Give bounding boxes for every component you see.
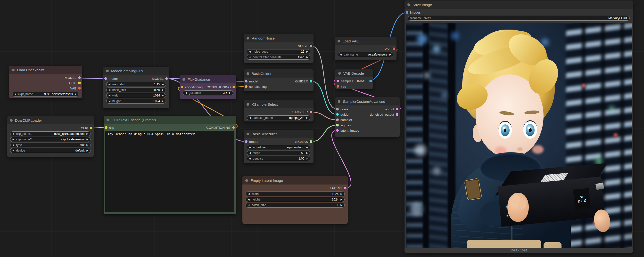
increment-arrow-icon[interactable]: ▶: [75, 93, 77, 95]
node-dual-clip-loader[interactable]: DualCLIPLoader CLIP ◀clip_name1t5xxl_fp1…: [7, 116, 94, 157]
output-port-vae[interactable]: [78, 87, 81, 90]
decrement-arrow-icon[interactable]: ◀: [249, 152, 251, 154]
input-port-clip[interactable]: [105, 126, 108, 129]
node-sampler-custom-advanced[interactable]: SamplerCustomAdvanced noiseoutput guider…: [335, 97, 400, 137]
node-titlebar[interactable]: SamplerCustomAdvanced: [335, 97, 400, 105]
widget-clip-name1[interactable]: ◀clip_name1t5xxl_fp16.safetensors▶: [10, 131, 90, 136]
increment-arrow-icon[interactable]: ▶: [162, 94, 164, 97]
collapse-dot[interactable]: [246, 37, 249, 39]
decrement-arrow-icon[interactable]: ◀: [249, 56, 251, 58]
input-port-model[interactable]: [104, 77, 107, 80]
output-port-model[interactable]: [78, 76, 81, 79]
increment-arrow-icon[interactable]: ▶: [162, 89, 164, 91]
widget-width[interactable]: ◀width1024▶: [246, 192, 344, 196]
node-titlebar[interactable]: ModelSamplingFlux: [103, 67, 169, 75]
node-ksampler-select[interactable]: KSamplerSelect SAMPLER ◀sampler_namedpmp…: [244, 100, 314, 121]
increment-arrow-icon[interactable]: ▶: [162, 100, 164, 102]
collapse-dot[interactable]: [106, 70, 109, 72]
output-port-noise[interactable]: [310, 45, 312, 47]
output-port-sampler[interactable]: [310, 111, 312, 113]
widget-steps[interactable]: ◀steps50▶: [247, 151, 310, 155]
decrement-arrow-icon[interactable]: ◀: [249, 50, 251, 53]
input-port-vae[interactable]: [336, 85, 339, 88]
collapse-dot[interactable]: [246, 133, 249, 135]
output-port-clip[interactable]: [90, 127, 92, 129]
output-port-clip[interactable]: [78, 82, 81, 84]
widget-noise-seed[interactable]: ◀noise_seed25▶: [247, 49, 310, 54]
node-titlebar[interactable]: Empty Latent Image: [242, 176, 348, 185]
output-port-conditioning[interactable]: [232, 86, 235, 88]
input-port-images[interactable]: [406, 11, 408, 14]
output-port-sigmas[interactable]: [310, 140, 312, 143]
increment-arrow-icon[interactable]: ▶: [86, 149, 88, 152]
node-model-sampling-flux[interactable]: ModelSamplingFlux modelMODEL ◀max_shift1…: [103, 67, 169, 108]
decrement-arrow-icon[interactable]: ◀: [14, 93, 16, 95]
collapse-dot[interactable]: [408, 3, 410, 6]
collapse-dot[interactable]: [338, 40, 340, 42]
node-random-noise[interactable]: RandomNoise NOISE ◀noise_seed25▶ ◀contro…: [244, 34, 314, 63]
increment-arrow-icon[interactable]: ▶: [389, 53, 391, 56]
widget-batch-size[interactable]: ◀batch_size1▶: [246, 203, 344, 208]
decrement-arrow-icon[interactable]: ◀: [248, 193, 250, 195]
input-port-guider[interactable]: [336, 113, 339, 116]
increment-arrow-icon[interactable]: ▶: [86, 144, 88, 146]
node-save-image[interactable]: Save Image images filename_prefixMarkury…: [404, 0, 633, 253]
node-titlebar[interactable]: KSamplerSelect: [244, 100, 314, 108]
increment-arrow-icon[interactable]: ▶: [340, 198, 342, 201]
collapse-dot[interactable]: [338, 100, 340, 103]
increment-arrow-icon[interactable]: ▶: [86, 133, 88, 135]
widget-device[interactable]: ◀devicedefault▶: [10, 148, 90, 153]
input-port-sampler[interactable]: [336, 119, 339, 121]
input-port-noise[interactable]: [336, 108, 339, 111]
widget-sampler-name[interactable]: ◀sampler_namedpmpp_2m▶: [247, 115, 310, 120]
increment-arrow-icon[interactable]: ▶: [340, 193, 342, 195]
increment-arrow-icon[interactable]: ▶: [306, 50, 308, 53]
widget-max-shift[interactable]: ◀max_shift1.15▶: [106, 82, 166, 87]
output-port-model[interactable]: [165, 77, 168, 80]
collapse-dot[interactable]: [246, 103, 249, 106]
widget-height[interactable]: ◀height1024▶: [246, 197, 344, 202]
increment-arrow-icon[interactable]: ▶: [229, 92, 231, 94]
output-port-vae[interactable]: [392, 47, 395, 50]
input-port-model[interactable]: [245, 140, 248, 143]
node-titlebar[interactable]: BasicScheduler: [244, 130, 314, 138]
decrement-arrow-icon[interactable]: ◀: [248, 198, 250, 201]
node-titlebar[interactable]: Save Image: [404, 0, 633, 9]
output-port-latent[interactable]: [344, 187, 346, 190]
collapse-dot[interactable]: [10, 119, 12, 122]
node-titlebar[interactable]: BasicGuider: [244, 69, 314, 78]
widget-clip-name2[interactable]: ◀clip_name2clip_l.safetensors▶: [10, 137, 90, 142]
increment-arrow-icon[interactable]: ▶: [306, 157, 308, 160]
widget-scheduler[interactable]: ◀schedulersgm_uniform▶: [247, 145, 310, 150]
decrement-arrow-icon[interactable]: ◀: [108, 100, 110, 102]
widget-base-shift[interactable]: ◀base_shift0.50▶: [106, 87, 166, 92]
increment-arrow-icon[interactable]: ▶: [306, 146, 308, 149]
node-titlebar[interactable]: FluxGuidance: [180, 75, 236, 83]
decrement-arrow-icon[interactable]: ◀: [249, 157, 251, 160]
increment-arrow-icon[interactable]: ▶: [306, 117, 308, 119]
decrement-arrow-icon[interactable]: ◀: [248, 204, 250, 206]
output-port-guider[interactable]: [310, 80, 312, 83]
input-port-samples[interactable]: [336, 80, 339, 82]
graph-canvas[interactable]: Load Checkpoint MODEL CLIP VAE ◀ckpt_nam…: [0, 0, 644, 257]
increment-arrow-icon[interactable]: ▶: [306, 56, 308, 58]
collapse-dot[interactable]: [338, 72, 341, 75]
node-titlebar[interactable]: Load Checkpoint: [9, 66, 82, 74]
input-port-latent-image[interactable]: [336, 129, 339, 132]
node-titlebar[interactable]: CLIP Text Encode (Prompt): [104, 116, 236, 124]
widget-height[interactable]: ◀height1024▶: [106, 99, 166, 104]
output-port-conditioning[interactable]: [232, 126, 235, 129]
node-basic-scheduler[interactable]: BasicScheduler modelSIGMAS ◀schedulersgm…: [244, 130, 314, 163]
node-load-checkpoint[interactable]: Load Checkpoint MODEL CLIP VAE ◀ckpt_nam…: [9, 66, 82, 98]
decrement-arrow-icon[interactable]: ◀: [12, 149, 14, 152]
node-clip-text-encode[interactable]: CLIP Text Encode (Prompt) clipCONDITIONI…: [104, 116, 236, 214]
collapse-dot[interactable]: [12, 69, 14, 71]
node-flux-guidance[interactable]: FluxGuidance conditioningCONDITIONING ◀g…: [180, 75, 236, 99]
decrement-arrow-icon[interactable]: ◀: [12, 133, 14, 135]
input-port-sigmas[interactable]: [336, 124, 339, 127]
node-load-vae[interactable]: Load VAE VAE ◀vae_nameae.safetensors▶: [334, 37, 396, 60]
node-titlebar[interactable]: DualCLIPLoader: [7, 116, 94, 124]
output-port-image[interactable]: [369, 80, 372, 82]
increment-arrow-icon[interactable]: ▶: [162, 83, 164, 86]
collapse-dot[interactable]: [106, 119, 109, 121]
